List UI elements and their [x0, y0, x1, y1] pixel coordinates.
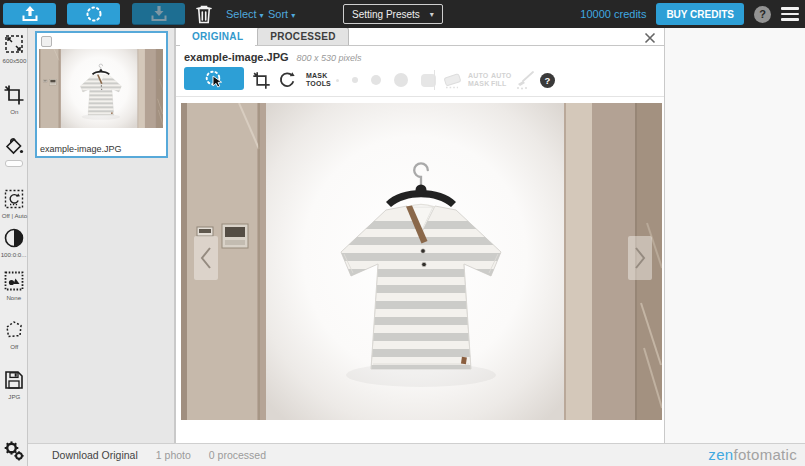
status-bar: Download Original 1 photo 0 processed ze… — [28, 443, 805, 466]
brush-size-options — [336, 66, 436, 94]
photo-filmstrip: example-image.JPG — [28, 28, 175, 443]
credits-balance: 10000 credits — [580, 8, 646, 20]
mask-tools-label: MASK TOOLS — [306, 66, 331, 94]
spinner-icon — [85, 5, 103, 23]
menu-button[interactable] — [781, 5, 799, 23]
original-photo-image — [181, 103, 662, 420]
download-icon — [149, 4, 169, 24]
resize-icon — [3, 33, 25, 55]
photo-thumbnail-card[interactable]: example-image.JPG — [35, 31, 168, 158]
zenfotomatic-logo: zenfotomatic — [708, 444, 797, 466]
processed-count: 0 processed — [209, 449, 266, 461]
floppy-save-icon — [3, 369, 25, 391]
auto-mask-button[interactable]: AUTO MASK — [468, 66, 489, 94]
tab-processed[interactable]: PROCESSED — [257, 27, 349, 45]
trash-icon — [194, 3, 214, 25]
tab-original[interactable]: ORIGINAL — [180, 28, 255, 46]
resize-setting[interactable]: 600x500 — [0, 33, 28, 64]
chevron-right-icon — [633, 245, 647, 271]
help-icon: ? — [540, 73, 555, 88]
photo-count: 1 photo — [156, 449, 191, 461]
app-settings-button[interactable] — [0, 440, 28, 462]
next-photo-button[interactable] — [628, 236, 652, 280]
process-button[interactable] — [67, 3, 120, 25]
thumbnail-image — [39, 49, 163, 128]
file-name: example-image.JPG — [184, 51, 289, 63]
brush-size-2[interactable] — [352, 77, 358, 83]
top-toolbar: Select▾ Sort▾ Setting Presets ▾ 10000 cr… — [0, 0, 805, 28]
crop-setting[interactable]: On — [0, 84, 28, 115]
chevron-left-icon — [199, 245, 213, 271]
crop-tool-button[interactable] — [252, 66, 271, 94]
brush-size-1[interactable] — [336, 79, 339, 82]
processing-spinner-cursor-icon — [203, 68, 225, 90]
fill-color-swatch[interactable] — [5, 160, 23, 167]
crop-icon — [3, 84, 25, 106]
watermark-stamp-icon — [3, 270, 25, 292]
close-icon — [644, 32, 656, 44]
zenfotomatic-app: Select▾ Sort▾ Setting Presets ▾ 10000 cr… — [0, 0, 805, 466]
brush-size-4[interactable] — [394, 73, 408, 87]
buy-credits-button[interactable]: BUY CREDITS — [656, 3, 744, 25]
shadow-icon — [3, 319, 25, 341]
color-adjust-setting[interactable]: 100:0:0... — [0, 227, 28, 258]
settings-sidebar: 600x500 On — [0, 28, 28, 466]
help-button[interactable]: ? — [754, 6, 771, 23]
select-dropdown[interactable]: Select▾ — [226, 0, 264, 28]
crop-icon — [252, 71, 271, 90]
upload-button[interactable] — [3, 3, 56, 25]
toolbar-separator — [176, 96, 664, 97]
photo-preview — [181, 103, 662, 420]
previous-photo-button[interactable] — [194, 236, 218, 280]
mask-help-button[interactable]: ? — [540, 66, 555, 94]
download-original-link[interactable]: Download Original — [52, 449, 138, 461]
chevron-down-icon: ▾ — [260, 11, 264, 20]
thumbnail-checkbox[interactable] — [41, 36, 52, 47]
rotate-icon — [277, 70, 297, 90]
rotate-tool-button[interactable] — [277, 66, 297, 94]
close-preview-button[interactable] — [644, 32, 656, 44]
auto-position-setting[interactable]: Off | Auto — [0, 188, 28, 219]
file-info: example-image.JPG 800 x 530 pixels — [184, 51, 362, 63]
cleanup-brush-button[interactable] — [514, 66, 536, 94]
preview-panel: ORIGINAL PROCESSED example-image.JPG 800… — [175, 28, 665, 443]
auto-fill-button[interactable]: AUTO FILL — [491, 66, 512, 94]
chevron-down-icon: ▾ — [430, 10, 434, 19]
gears-icon — [3, 440, 25, 462]
brush-icon — [514, 69, 536, 91]
paint-bucket-icon — [3, 136, 25, 158]
download-button[interactable] — [132, 3, 185, 25]
background-fill-setting[interactable] — [0, 136, 28, 167]
watermark-setting[interactable]: None — [0, 270, 28, 301]
sort-dropdown[interactable]: Sort▾ — [268, 0, 295, 28]
process-photo-button[interactable] — [184, 67, 244, 90]
thumbnail-filename: example-image.JPG — [40, 144, 122, 154]
eraser-tool-button[interactable] — [442, 66, 464, 94]
upload-icon — [20, 4, 40, 24]
chevron-down-icon: ▾ — [291, 11, 295, 20]
preview-toolbar: MASK TOOLS AUTO MASK — [184, 66, 660, 94]
brush-size-3[interactable] — [371, 75, 381, 85]
preview-tabbar: ORIGINAL PROCESSED — [176, 28, 664, 46]
auto-rotate-icon — [3, 188, 25, 210]
output-format-setting[interactable]: JPG — [0, 369, 28, 400]
toolbar-divider — [434, 70, 435, 90]
contrast-icon — [3, 227, 25, 249]
eraser-icon — [442, 69, 464, 91]
file-dimensions: 800 x 530 pixels — [297, 53, 362, 63]
delete-button[interactable] — [192, 2, 216, 26]
shadow-setting[interactable]: Off — [0, 319, 28, 350]
setting-presets-dropdown[interactable]: Setting Presets ▾ — [343, 4, 443, 24]
